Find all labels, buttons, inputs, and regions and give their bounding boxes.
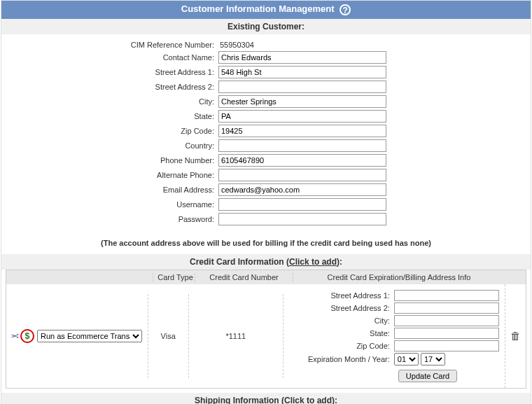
cc-heading: Credit Card Information (Click to add): [1,254,531,270]
cc-heading-prefix: Credit Card Information ( [190,257,289,267]
customer-form: CIM Reference Number: 55950304 Contact N… [1,34,531,235]
street1-label: Street Address 1: [1,68,218,76]
update-card-button[interactable]: Update Card [398,370,457,382]
cc-addr1-label: Street Address 1: [289,291,394,300]
cc-exp-month-select[interactable]: 01 [394,353,419,365]
state-input[interactable] [218,110,386,123]
phone-input[interactable] [218,154,386,167]
street1-input[interactable] [218,66,386,78]
dollar-icon[interactable]: $ [20,329,34,343]
shipping-add-link[interactable]: Click to add [284,396,332,404]
cc-add-link[interactable]: Click to add [289,257,337,267]
altphone-input[interactable] [218,169,386,181]
password-input[interactable] [218,213,386,225]
cc-city-input[interactable] [394,315,499,326]
country-input[interactable] [218,139,386,152]
page-container: Customer Information Management ? Existi… [1,0,531,404]
street2-label: Street Address 2: [1,83,218,91]
email-label: Email Address: [1,186,218,194]
password-label: Password: [1,215,218,223]
cc-exp-year-select[interactable]: 17 [421,353,445,365]
cc-card-type: Visa [148,294,189,378]
cc-table: Card Type Credit Card Number Credit Card… [6,270,526,389]
altphone-label: Alternate Phone: [1,171,218,179]
city-input[interactable] [218,95,386,108]
contact-name-label: Contact Name: [1,53,218,62]
contact-name-input[interactable] [218,51,386,64]
cc-card-number: *1111 [189,294,284,378]
phone-label: Phone Number: [1,156,218,165]
cc-col-number-header: Credit Card Number [195,273,293,281]
run-as-select[interactable]: Run as Ecommerce Transaction [37,330,142,342]
zip-label: Zip Code: [1,127,218,135]
shipping-heading: Shipping Information (Click to add): [1,393,531,404]
cc-heading-suffix: ): [337,257,342,267]
cc-exp-label: Expiration Month / Year: [289,355,394,363]
cc-addr1-input[interactable] [394,290,499,301]
username-label: Username: [1,200,218,209]
shipping-heading-prefix: Shipping Information ( [195,396,284,404]
country-label: Country: [1,141,218,150]
cc-zip-label: Zip Code: [289,342,394,350]
email-input[interactable] [218,183,386,196]
shipping-heading-suffix: ): [332,396,337,404]
cc-billing-form: Street Address 1: Street Address 2: City… [284,284,505,388]
trash-icon[interactable]: 🗑 [510,330,521,342]
cc-addr2-label: Street Address 2: [289,304,394,312]
street2-input[interactable] [218,81,386,93]
page-header: Customer Information Management ? [1,1,531,19]
zip-input[interactable] [218,125,386,137]
cc-header-row: Card Type Credit Card Number Credit Card… [6,270,526,284]
help-icon[interactable]: ? [340,4,351,15]
cc-city-label: City: [289,316,394,325]
cim-label: CIM Reference Number: [1,41,218,49]
cc-col-info-header: Credit Card Expiration/Billing Address I… [293,273,505,281]
cc-state-input[interactable] [394,328,499,339]
cc-state-label: State: [289,329,394,337]
city-label: City: [1,97,218,106]
billing-note: (The account address above will be used … [1,235,531,254]
username-input[interactable] [218,198,386,211]
cc-zip-input[interactable] [394,340,499,351]
header-title: Customer Information Management [181,4,335,14]
cc-addr2-input[interactable] [394,302,499,314]
cc-row: ✂ $ Run as Ecommerce Transaction Visa *1… [6,284,526,388]
cc-col-type-header: Card Type [153,273,195,281]
state-label: State: [1,112,218,120]
svg-text:$: $ [25,331,30,341]
existing-customer-title: Existing Customer: [1,19,531,34]
cim-value: 55950304 [218,41,531,49]
scissors-icon[interactable]: ✂ [10,330,19,342]
